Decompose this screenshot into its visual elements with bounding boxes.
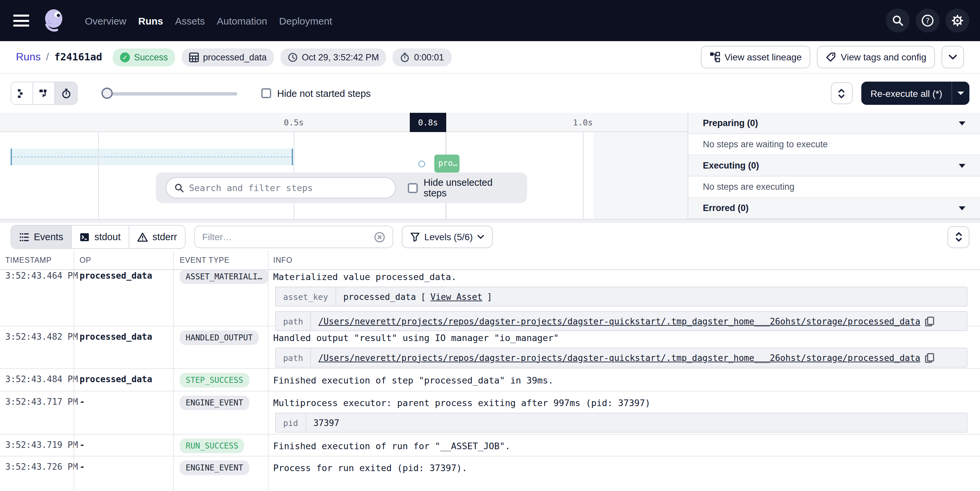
log-toolbar: Events stdout stderr Levels (5/6)	[0, 223, 980, 251]
step-search-input[interactable]	[189, 182, 387, 193]
tab-stderr-label: stderr	[153, 231, 177, 242]
metadata-link[interactable]: /Users/neverett/projects/repos/dagster-p…	[318, 316, 920, 326]
gridline	[583, 132, 584, 219]
tab-events-label: Events	[34, 231, 63, 242]
panel-section-header[interactable]: Executing (0)	[688, 155, 980, 177]
dagster-logo[interactable]	[40, 6, 68, 35]
tab-stderr[interactable]: stderr	[129, 226, 185, 248]
view-asset-lineage-button[interactable]: View asset lineage	[700, 46, 810, 69]
help-icon: ?	[921, 14, 934, 27]
panel-section-header[interactable]: Preparing (0)	[688, 113, 980, 134]
asset-badge[interactable]: processed_data	[182, 48, 274, 66]
copy-button[interactable]	[925, 353, 934, 363]
gantt-view-switcher	[11, 81, 78, 105]
nav-link-runs[interactable]: Runs	[138, 15, 163, 26]
search-button[interactable]	[886, 9, 910, 32]
stopwatch-icon	[60, 88, 71, 99]
event-row[interactable]: 3:52:43.464 PMprocessed_dataASSET_MATERI…	[0, 270, 980, 327]
event-timestamp: 3:52:43.717 PM	[0, 392, 73, 438]
asset-badge-label: processed_data	[203, 52, 267, 62]
event-timestamp: 3:52:43.484 PM	[0, 369, 73, 391]
zoom-slider[interactable]	[102, 87, 237, 99]
levels-dropdown-button[interactable]: Levels (5/6)	[402, 226, 493, 248]
log-filter-field[interactable]	[194, 226, 393, 248]
event-type-cell: STEP_SUCCESS	[173, 369, 268, 391]
event-row[interactable]: 3:52:43.717 PM-ENGINE_EVENTMultiprocess …	[0, 392, 980, 435]
hide-unselected-checkbox[interactable]	[408, 183, 418, 193]
step-bar-processed-data[interactable]: pro…	[434, 155, 460, 172]
column-divider[interactable]	[173, 251, 174, 491]
events-table-header: TIMESTAMP OP EVENT TYPE INFO	[0, 251, 980, 270]
settings-button[interactable]	[945, 9, 969, 32]
metadata-link[interactable]: View Asset	[430, 292, 482, 301]
hamburger-menu-icon[interactable]	[13, 14, 29, 27]
tab-events[interactable]: Events	[11, 226, 72, 248]
help-button[interactable]: ?	[916, 9, 940, 32]
copy-icon[interactable]	[925, 316, 934, 326]
reexecute-all-button[interactable]: Re-execute all (*)	[861, 81, 951, 105]
metadata-value: /Users/neverett/projects/repos/dagster-p…	[311, 348, 942, 367]
view-flat-button[interactable]	[11, 82, 33, 104]
tick-0-8s-highlight: 0.8s	[410, 113, 446, 132]
event-type-cell: HANDLED_OUTPUT	[173, 327, 268, 373]
panel-section-body: No steps are waiting to execute	[688, 134, 980, 155]
tab-stdout[interactable]: stdout	[72, 226, 129, 248]
event-row[interactable]: 3:52:43.482 PMprocessed_dataHANDLED_OUTP…	[0, 327, 980, 369]
metadata-value-text: processed_data	[343, 292, 416, 301]
dependency-start-tick	[11, 148, 12, 165]
caret-down-icon	[959, 164, 966, 167]
hide-not-started-checkbox-group[interactable]: Hide not started steps	[261, 88, 371, 99]
metadata-entry-path: path/Users/neverett/projects/repos/dagst…	[275, 348, 967, 368]
panel-split-divider[interactable]	[0, 219, 980, 223]
metadata-link[interactable]: /Users/neverett/projects/repos/dagster-p…	[318, 353, 920, 363]
copy-icon[interactable]	[925, 353, 934, 363]
clear-filter-icon[interactable]	[374, 231, 385, 242]
column-divider[interactable]	[268, 251, 269, 491]
nav-link-deployment[interactable]: Deployment	[279, 15, 332, 26]
metadata-label: asset_key	[276, 287, 336, 306]
zoom-slider-track[interactable]	[102, 92, 237, 95]
expand-collapse-icon	[955, 232, 962, 242]
nav-link-overview[interactable]: Overview	[85, 15, 126, 26]
expand-log-button[interactable]	[948, 226, 969, 248]
run-header: Runs / f24161ad ✓ Success processed_data…	[0, 41, 980, 74]
header-op: OP	[73, 256, 173, 264]
view-waterfall-button[interactable]	[33, 82, 55, 104]
metadata-entry-asset_key: asset_keyprocessed_data[View Asset]	[275, 287, 967, 306]
view-tags-config-button[interactable]: View tags and config	[817, 46, 935, 69]
event-op: -	[73, 392, 173, 438]
breadcrumb-separator: /	[46, 51, 49, 63]
step-filter-content: Hide unselected steps	[156, 172, 527, 203]
column-divider[interactable]	[73, 251, 74, 491]
nav-link-automation[interactable]: Automation	[217, 15, 267, 26]
more-actions-button[interactable]	[942, 46, 964, 69]
log-filter-input[interactable]	[202, 231, 369, 242]
view-asset-lineage-label: View asset lineage	[724, 52, 802, 62]
events-table: TIMESTAMP OP EVENT TYPE INFO 3:52:43.464…	[0, 251, 980, 491]
reexecute-dropdown-button[interactable]	[951, 81, 969, 105]
expand-gantt-button[interactable]	[831, 82, 853, 104]
gridline	[98, 132, 99, 219]
view-timed-button[interactable]	[55, 82, 77, 104]
event-message: Finished execution of run for "__ASSET_J…	[273, 441, 967, 451]
event-row[interactable]: 3:52:43.719 PM-RUN_SUCCESSFinished execu…	[0, 435, 980, 456]
breadcrumb-runs-link[interactable]: Runs	[16, 51, 41, 63]
search-icon	[174, 183, 184, 193]
panel-section-header[interactable]: Errored (0)	[688, 198, 980, 219]
log-tab-switcher: Events stdout stderr	[11, 225, 186, 249]
duration-label: 0:00:01	[414, 52, 444, 62]
hide-not-started-label: Hide not started steps	[277, 88, 371, 99]
hide-unselected-checkbox-group[interactable]: Hide unselected steps	[408, 177, 517, 198]
tick-0-5s: 0.5s	[284, 113, 304, 132]
dependency-end-tick	[292, 148, 293, 165]
event-row[interactable]: 3:52:43.484 PMprocessed_dataSTEP_SUCCESS…	[0, 369, 980, 392]
status-badge: ✓ Success	[113, 48, 175, 66]
copy-button[interactable]	[925, 316, 934, 326]
hide-not-started-checkbox[interactable]	[261, 88, 271, 98]
timer-icon	[400, 52, 410, 62]
event-row[interactable]: 3:52:43.726 PM-ENGINE_EVENTProcess for r…	[0, 456, 980, 491]
zoom-slider-knob[interactable]	[102, 87, 113, 99]
step-search-field[interactable]	[166, 177, 396, 198]
nav-link-assets[interactable]: Assets	[175, 15, 205, 26]
timeline-header: 0.5s 1.0s	[0, 113, 687, 132]
